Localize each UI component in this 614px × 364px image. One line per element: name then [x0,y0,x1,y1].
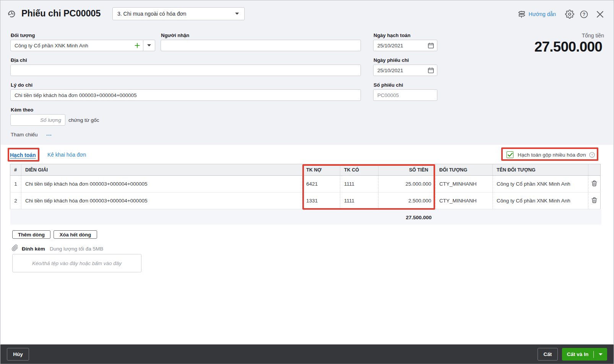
cell-doi-tuong[interactable]: CTY_MINHANH [435,176,493,193]
merge-invoices-checkbox[interactable] [507,151,513,158]
trash-icon [591,197,597,203]
tham-chieu-more-link[interactable]: ... [46,131,52,137]
nguoi-nhan-label: Người nhận [161,32,189,38]
table-header-row: # DIỄN GIẢI TK NỢ TK CÓ SỐ TIỀN ĐỐI TƯỢN… [10,164,601,176]
cell-ten-doi-tuong[interactable]: Công ty Cổ phần XNK Minh Anh [493,176,588,193]
guide-link[interactable]: Hướng dẫn [517,10,556,19]
merge-invoices-row: Hạch toán gộp nhiều hóa đơn ? [507,151,595,158]
save-and-print-label: Cất và In [562,351,593,357]
help-button[interactable]: ? [580,10,588,19]
merge-invoices-label: Hạch toán gộp nhiều hóa đơn [518,152,586,158]
voucher-type-value: 3. Chi mua ngoài có hóa đơn [117,11,235,17]
page-title: Phiếu chi PC00005 [21,9,101,19]
file-dropzone[interactable]: Kéo/thả tệp vào đây hoặc bấm vào đây [12,254,141,272]
ngay-hach-toan-field [373,40,437,51]
close-icon [596,11,604,18]
cell-tk-no[interactable]: 1331 [302,193,340,209]
ngay-hach-toan-input[interactable] [373,40,437,51]
paperclip-icon [11,244,18,251]
delete-row-button[interactable] [591,196,598,205]
chung-tu-goc-text: chứng từ gốc [68,117,99,123]
add-row-button[interactable]: Thêm dòng [12,230,50,239]
chevron-down-icon [599,353,603,356]
cell-tk-no[interactable]: 6421 [302,176,340,193]
ly-do-chi-label: Lý do chi [11,82,32,88]
col-actions [588,164,601,176]
table-total-row: 27.500.000 [10,209,601,225]
close-button[interactable] [596,11,604,18]
kem-theo-label: Kèm theo [11,107,33,113]
payment-voucher-dialog: Phiếu chi PC00005 3. Chi mua ngoài có hó… [0,0,614,364]
col-tk-no: TK NỢ [302,164,340,176]
voucher-type-select[interactable]: 3. Chi mua ngoài có hóa đơn [112,7,245,20]
nguoi-nhan-input[interactable] [161,40,361,51]
tab-ke-khai-hoa-don[interactable]: Kê khai hóa đơn [47,152,86,158]
table-row: 1 Chi tiền tiếp khách hóa đơn 000003+000… [10,176,601,193]
tham-chieu-label: Tham chiếu [11,132,38,138]
col-tk-co: TK CÓ [340,164,378,176]
clear-rows-button[interactable]: Xóa hết dòng [54,230,97,239]
svg-text:?: ? [591,153,593,157]
cell-ten-doi-tuong[interactable]: Công ty Cổ phần XNK Minh Anh [493,193,588,209]
attach-size-hint: Dung lượng tối đa 5MB [50,246,103,252]
col-index: # [10,164,21,176]
signpost-icon [517,10,526,19]
col-doi-tuong: ĐỐI TƯỢNG [435,164,493,176]
table-row: 2 Chi tiền tiếp khách hóa đơn 000003+000… [10,193,601,209]
cell-so-tien[interactable]: 2.500.000 [378,193,435,209]
chevron-down-icon [147,44,151,47]
tab-hach-toan[interactable]: Hạch toán [10,152,36,158]
col-ten-doi-tuong: TÊN ĐỐI TƯỢNG [493,164,588,176]
total-amount: 27.500.000 [406,215,432,220]
delete-row-button[interactable] [591,180,598,188]
add-partner-icon[interactable] [135,43,140,48]
dia-chi-input[interactable] [10,65,361,76]
accounting-table: # DIỄN GIẢI TK NỢ TK CÓ SỐ TIỀN ĐỐI TƯỢN… [10,164,601,209]
ngay-phieu-chi-label: Ngày phiếu chi [374,57,409,63]
cell-dien-giai[interactable]: Chi tiền tiếp khách hóa đơn 000003+00000… [21,176,302,193]
help-tooltip-icon[interactable]: ? [589,152,595,158]
chevron-down-icon [235,13,239,15]
question-circle-icon: ? [580,10,588,19]
ly-do-chi-input[interactable] [10,89,361,101]
cell-so-tien[interactable]: 25.000.000 [378,176,435,193]
row-index: 1 [10,176,21,193]
so-luong-input[interactable] [10,114,65,126]
row-index: 2 [10,193,21,209]
doi-tuong-combo [10,40,155,51]
doi-tuong-label: Đối tượng [11,32,35,38]
save-and-print-button[interactable]: Cất và In [562,348,607,361]
so-phieu-chi-label: Số phiếu chi [374,82,403,88]
tong-tien-value: 27.500.000 [534,39,602,55]
guide-link-label: Hướng dẫn [529,11,556,17]
ngay-phieu-chi-field [373,65,437,76]
cell-tk-co[interactable]: 1111 [340,193,378,209]
doi-tuong-dropdown-button[interactable] [143,40,155,51]
so-phieu-chi-input[interactable] [373,89,437,101]
cell-tk-co[interactable]: 1111 [340,176,378,193]
cell-dien-giai[interactable]: Chi tiền tiếp khách hóa đơn 000003+00000… [21,193,302,209]
trash-icon [591,180,597,186]
gear-icon [565,10,574,19]
save-button[interactable]: Cất [538,348,558,361]
cell-doi-tuong[interactable]: CTY_MINHANH [435,193,493,209]
attach-label: Đính kèm [22,246,45,252]
col-so-tien: SỐ TIỀN [378,164,435,176]
check-icon [508,153,513,157]
dropzone-text: Kéo/thả tệp vào đây hoặc bấm vào đây [32,260,122,266]
tab-panel: Hạch toán Kê khai hóa đơn Hạch toán gộp … [1,145,613,345]
ngay-phieu-chi-input[interactable] [373,65,437,76]
save-print-dropdown[interactable] [594,353,607,356]
ngay-hach-toan-label: Ngày hạch toán [374,32,411,38]
tong-tien-label: Tổng tiền [582,32,604,39]
history-icon [7,9,16,19]
dia-chi-label: Địa chỉ [11,57,27,63]
svg-text:?: ? [583,11,585,17]
topbar-actions: Hướng dẫn ? [517,9,604,19]
cancel-button[interactable]: Hủy [7,348,29,361]
settings-button[interactable] [565,10,574,19]
footer-bar: Hủy Cất Cất và In [0,345,614,364]
col-dien-giai: DIỄN GIẢI [21,164,302,176]
doi-tuong-input[interactable] [10,40,143,51]
